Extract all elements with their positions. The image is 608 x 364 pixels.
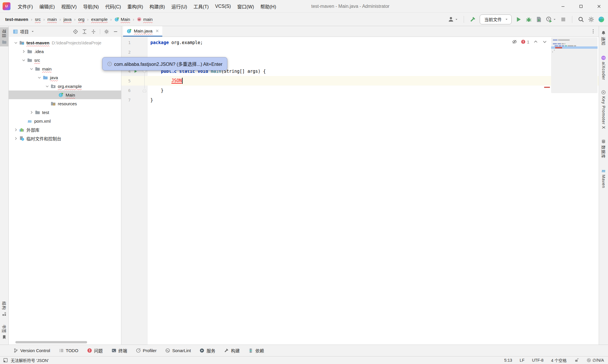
menu-item[interactable]: 窗口(W) — [234, 3, 257, 10]
menu-item[interactable]: 导航(N) — [80, 3, 102, 10]
chevron-right-icon[interactable] — [28, 110, 34, 115]
chevron-down-icon[interactable] — [21, 58, 26, 62]
profile-button[interactable] — [546, 16, 556, 23]
code-line-7[interactable]: 7} — [121, 95, 599, 105]
toolwindow-button-Version Control[interactable]: Version Control — [13, 348, 50, 353]
chevron-down-icon[interactable] — [13, 41, 19, 45]
chevron-down-icon[interactable] — [36, 75, 42, 80]
menu-item[interactable]: VCS(S) — [212, 4, 234, 9]
chevron-right-icon[interactable] — [13, 136, 19, 141]
code-text[interactable]: JSON — [147, 78, 599, 84]
tree-item-org.example[interactable]: org.example — [9, 82, 121, 90]
file-lock[interactable] — [574, 358, 579, 363]
tree-item-resources[interactable]: resources — [9, 99, 121, 108]
menu-item[interactable]: 帮助(H) — [257, 3, 279, 10]
tool-stripe-button-结构[interactable]: 结构 — [0, 299, 8, 318]
toolwindow-button-服务[interactable]: 服务 — [199, 347, 215, 354]
chevron-right-icon[interactable] — [21, 49, 26, 54]
hide-panel-icon[interactable] — [113, 29, 118, 34]
error-count[interactable]: 1 — [521, 39, 529, 44]
quickfix-import-tooltip[interactable]: ? com.alibaba.fastjson2.JSON? (多重选择...) … — [102, 57, 227, 70]
breadcrumb-item[interactable]: src — [35, 17, 41, 22]
caret-position[interactable]: 5:13 — [504, 358, 512, 363]
tool-stripe-button-书签[interactable]: 书签 — [0, 323, 8, 342]
project-panel-title[interactable]: 项目 — [20, 28, 29, 35]
run-button[interactable] — [515, 16, 522, 23]
tool-stripe-button-aiXcoder[interactable]: ≈xaiXcoder — [599, 53, 608, 82]
breadcrumb-item[interactable]: main — [47, 17, 57, 22]
debug-button[interactable] — [526, 16, 532, 23]
line-number[interactable]: 5 — [121, 79, 131, 83]
tab-list-menu-icon[interactable] — [591, 29, 596, 34]
breadcrumb-item[interactable]: mmain — [137, 17, 153, 22]
plugin-sphere-button[interactable] — [598, 16, 605, 23]
run-configurations-combo[interactable]: 当前文件 — [480, 15, 512, 24]
toolwindow-button-构建[interactable]: 构建 — [224, 347, 240, 354]
menu-item[interactable]: 文件(F) — [15, 3, 36, 10]
menu-item[interactable]: 构建(B) — [146, 3, 168, 10]
previous-error-icon[interactable] — [533, 39, 538, 44]
tool-stripe-button-Key Promoter X[interactable]: Key Promoter X — [599, 88, 608, 131]
menu-item[interactable]: 工具(T) — [190, 3, 212, 10]
tab-main-java[interactable]: C Main.java — [123, 26, 162, 37]
code-line-5[interactable]: 5 JSON — [121, 76, 599, 86]
search-everywhere-button[interactable] — [578, 16, 584, 23]
breadcrumb-item[interactable]: java — [64, 17, 72, 22]
breadcrumb-item[interactable]: CMain — [114, 17, 130, 22]
settings-button[interactable] — [588, 16, 594, 23]
tree-item-临时文件和控制台[interactable]: 临时文件和控制台 — [9, 134, 121, 143]
toolwindow-button-SonarLint[interactable]: SonarLint — [165, 348, 191, 353]
toolwindow-button-依赖[interactable]: 依赖 — [248, 347, 264, 354]
breadcrumb-item[interactable]: org — [78, 17, 84, 22]
chevron-down-icon[interactable] — [44, 84, 50, 88]
highlighting-level-icon[interactable] — [512, 39, 517, 44]
menu-item[interactable]: 运行(U) — [168, 3, 190, 10]
chevron-down-icon[interactable] — [31, 30, 35, 33]
build-project-button[interactable] — [470, 16, 476, 23]
tree-item-java[interactable]: java — [9, 73, 121, 82]
tree-item-外部库[interactable]: 外部库 — [9, 125, 121, 134]
tree-item-pom.xml[interactable]: mpom.xml — [9, 117, 121, 125]
tool-stripe-button-Maven[interactable]: mMaven — [599, 166, 608, 190]
tool-stripe-button-项目[interactable]: 项目 — [0, 27, 8, 46]
fold-end-icon[interactable] — [142, 88, 147, 93]
toolwindow-button-Profiler[interactable]: Profiler — [136, 348, 157, 353]
tree-item-test-maven[interactable]: test-mavenD:\IdeaProjects\IdeaProje — [9, 38, 121, 47]
line-number[interactable]: 7 — [121, 98, 131, 102]
tree-item-.idea[interactable]: .idea — [9, 47, 121, 56]
breadcrumb-item[interactable]: example — [91, 17, 108, 22]
stop-button[interactable] — [560, 16, 566, 23]
user-profile-button[interactable] — [448, 16, 458, 23]
line-number[interactable]: 6 — [121, 88, 131, 93]
run-with-coverage-button[interactable] — [536, 16, 542, 23]
code-text[interactable]: } — [147, 97, 599, 103]
minimize-button[interactable] — [554, 0, 572, 13]
maximize-button[interactable] — [572, 0, 590, 13]
close-button[interactable] — [590, 0, 608, 13]
toolwindow-button-问题[interactable]: 问题 — [87, 347, 103, 354]
breadcrumb-item[interactable]: test-maven — [5, 17, 28, 22]
menu-item[interactable]: 重构(R) — [124, 3, 146, 10]
tree-item-test[interactable]: test — [9, 108, 121, 117]
panel-options-icon[interactable] — [104, 29, 109, 34]
indent-style[interactable]: 4 个空格 — [551, 357, 567, 363]
chevron-down-icon[interactable] — [28, 67, 34, 71]
toolwindow-button-终端[interactable]: 终端 — [111, 347, 127, 354]
close-tab-icon[interactable] — [155, 29, 159, 33]
menu-item[interactable]: 编辑(E) — [36, 3, 58, 10]
line-number[interactable]: 1 — [121, 40, 131, 45]
line-separator[interactable]: LF — [520, 358, 524, 363]
code-line-6[interactable]: 6 } — [121, 86, 599, 95]
tool-stripe-button-数据库[interactable]: 数据库 — [599, 137, 608, 160]
horizontal-scrollbar[interactable] — [15, 341, 87, 343]
tree-item-Main[interactable]: CMain — [9, 90, 121, 99]
code-line-2[interactable]: 2 — [121, 47, 599, 57]
code-editor[interactable]: 1package org.example;23public class Main… — [121, 37, 599, 345]
menu-item[interactable]: 代码(C) — [102, 3, 124, 10]
select-opened-file-icon[interactable] — [73, 29, 78, 34]
tool-window-layout-icon[interactable] — [3, 358, 8, 363]
expand-all-icon[interactable] — [82, 29, 87, 34]
next-error-icon[interactable] — [542, 39, 547, 44]
file-encoding[interactable]: UTF-8 — [532, 358, 544, 363]
highlight-level[interactable]: ∅/N/A — [587, 358, 604, 363]
